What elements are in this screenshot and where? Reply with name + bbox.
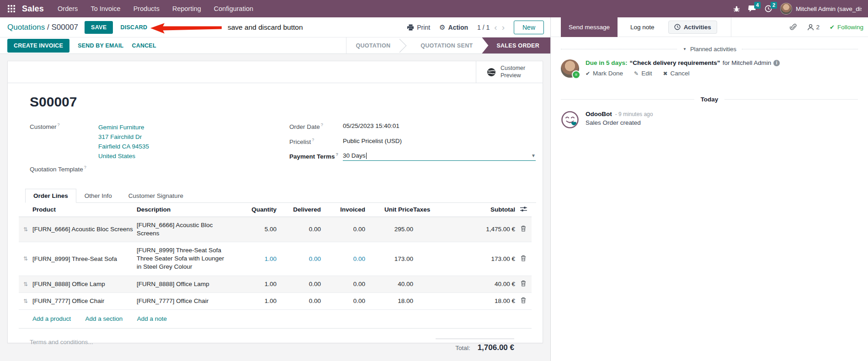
table-row[interactable]: ⇅ [FURN_6666] Acoustic Bloc Screens [FUR… xyxy=(19,217,532,242)
apps-grid-icon[interactable] xyxy=(5,2,18,16)
activities-button[interactable]: Activities xyxy=(668,21,717,34)
activity-user-avatar[interactable]: ≡ xyxy=(561,59,579,78)
send-by-email-button[interactable]: SEND BY EMAIL xyxy=(78,42,123,49)
delete-row-icon[interactable] xyxy=(515,225,532,233)
row-product[interactable]: [FURN_7777] Office Chair xyxy=(32,293,137,308)
drag-handle-icon[interactable]: ⇅ xyxy=(19,255,32,262)
row-product[interactable]: [FURN_6666] Acoustic Bloc Screens xyxy=(32,222,137,237)
table-row[interactable]: ⇅ [FURN_7777] Office Chair [FURN_7777] O… xyxy=(19,293,532,310)
row-invoiced[interactable]: 0.00 xyxy=(321,281,365,287)
row-quantity[interactable]: 1.00 xyxy=(233,281,277,287)
row-invoiced[interactable]: 0.00 xyxy=(321,297,365,304)
add-section-link[interactable]: Add a section xyxy=(85,315,123,322)
col-unit-price[interactable]: Unit Price xyxy=(365,203,413,216)
row-invoiced[interactable]: 0.00 xyxy=(321,226,365,233)
row-delivered[interactable]: 0.00 xyxy=(277,281,321,287)
print-button[interactable]: Print xyxy=(407,24,430,31)
tab-customer-signature[interactable]: Customer Signature xyxy=(120,189,192,203)
row-description[interactable]: [FURN_8888] Office Lamp xyxy=(137,276,233,292)
row-delivered[interactable]: 0.00 xyxy=(277,226,321,233)
delete-row-icon[interactable] xyxy=(515,255,532,263)
customer-preview-button[interactable]: Customer Preview xyxy=(476,61,543,83)
terms-and-conditions-placeholder[interactable]: Terms and conditions... xyxy=(30,339,93,352)
row-unit-price[interactable]: 173.00 xyxy=(365,255,413,262)
bug-icon[interactable] xyxy=(733,5,740,12)
new-button[interactable]: New xyxy=(514,21,544,34)
row-product[interactable]: [FURN_8999] Three-Seat Sofa xyxy=(32,251,137,266)
create-invoice-button[interactable]: CREATE INVOICE xyxy=(7,39,69,53)
col-delivered[interactable]: Delivered xyxy=(277,203,321,216)
row-quantity[interactable]: 1.00 xyxy=(233,297,277,304)
discard-button[interactable]: DISCARD xyxy=(120,24,147,31)
pager-next-icon[interactable]: › xyxy=(502,23,505,32)
mark-done-button[interactable]: ✔ Mark Done xyxy=(586,70,623,77)
row-unit-price[interactable]: 40.00 xyxy=(365,281,413,287)
row-quantity[interactable]: 1.00 xyxy=(233,255,277,262)
row-description[interactable]: [FURN_8999] Three-Seat Sofa Three Seater… xyxy=(137,242,233,276)
save-button[interactable]: SAVE xyxy=(85,21,113,34)
row-quantity[interactable]: 5.00 xyxy=(233,226,277,233)
payment-terms-input[interactable]: 30 Days ▼ xyxy=(343,152,536,161)
table-row[interactable]: ⇅ [FURN_8888] Office Lamp [FURN_8888] Of… xyxy=(19,276,532,293)
tab-order-lines[interactable]: Order Lines xyxy=(25,189,76,203)
row-delivered[interactable]: 0.00 xyxy=(277,255,321,262)
pricelist-value[interactable]: Public Pricelist (USD) xyxy=(343,138,402,145)
menu-configuration[interactable]: Configuration xyxy=(208,1,259,16)
send-message-button[interactable]: Send message xyxy=(561,17,618,37)
row-description[interactable]: [FURN_6666] Acoustic Bloc Screens xyxy=(137,217,233,242)
followers-button[interactable]: 2 xyxy=(807,24,820,31)
customer-address-line2[interactable]: Fairfield CA 94535 xyxy=(98,142,149,151)
stage-quotation-sent[interactable]: QUOTATION SENT xyxy=(411,37,482,53)
col-invoiced[interactable]: Invoiced xyxy=(321,203,365,216)
stage-sales-order[interactable]: SALES ORDER xyxy=(482,37,550,53)
customer-address-line3[interactable]: United States xyxy=(98,151,149,161)
dropdown-caret-icon[interactable]: ▼ xyxy=(531,153,536,158)
col-product[interactable]: Product xyxy=(32,203,137,216)
col-taxes[interactable]: Taxes xyxy=(413,203,457,216)
table-row[interactable]: ⇅ [FURN_8999] Three-Seat Sofa [FURN_8999… xyxy=(19,242,532,276)
delete-row-icon[interactable] xyxy=(515,297,532,305)
row-description[interactable]: [FURN_7777] Office Chair xyxy=(137,293,233,309)
delete-row-icon[interactable] xyxy=(515,280,532,288)
stage-quotation[interactable]: QUOTATION xyxy=(346,37,399,53)
breadcrumb-quotations-link[interactable]: Quotations xyxy=(7,23,45,32)
user-menu[interactable]: Mitchell Admin (save_discar xyxy=(780,3,862,15)
col-quantity[interactable]: Quantity xyxy=(233,203,277,216)
optional-columns-icon[interactable] xyxy=(515,203,532,217)
pager-prev-icon[interactable]: ‹ xyxy=(494,23,497,32)
log-note-button[interactable]: Log note xyxy=(630,24,655,31)
add-product-link[interactable]: Add a product xyxy=(32,315,71,322)
drag-handle-icon[interactable]: ⇅ xyxy=(19,226,32,233)
menu-reporting[interactable]: Reporting xyxy=(167,1,207,16)
action-button[interactable]: ⚙ Action xyxy=(439,23,468,32)
col-subtotal[interactable]: Subtotal xyxy=(457,203,515,216)
tab-other-info[interactable]: Other Info xyxy=(76,189,120,203)
messages-icon[interactable]: 4 xyxy=(748,5,756,12)
order-date-value[interactable]: 05/25/2023 15:40:01 xyxy=(343,122,399,130)
drag-handle-icon[interactable]: ⇅ xyxy=(19,298,32,304)
row-delivered[interactable]: 0.00 xyxy=(277,297,321,304)
planned-activities-toggle[interactable]: ▼ Planned activities xyxy=(682,46,736,53)
add-note-link[interactable]: Add a note xyxy=(137,315,167,322)
info-icon[interactable]: i xyxy=(773,60,780,66)
attach-files-button[interactable] xyxy=(790,23,797,31)
app-name[interactable]: Sales xyxy=(22,4,44,14)
edit-activity-button[interactable]: ✎ Edit xyxy=(634,70,652,77)
message-author[interactable]: OdooBot xyxy=(586,111,612,117)
following-button[interactable]: ✔ Following xyxy=(830,24,863,31)
col-description[interactable]: Description xyxy=(137,203,233,216)
cancel-activity-button[interactable]: ✖ Cancel xyxy=(663,70,689,77)
customer-name-link[interactable]: Gemini Furniture xyxy=(98,122,149,132)
row-product[interactable]: [FURN_8888] Office Lamp xyxy=(32,276,137,292)
customer-address-line1[interactable]: 317 Fairchild Dr xyxy=(98,132,149,142)
cancel-button[interactable]: CANCEL xyxy=(132,42,156,49)
menu-orders[interactable]: Orders xyxy=(52,1,83,16)
menu-to-invoice[interactable]: To Invoice xyxy=(85,1,126,16)
row-unit-price[interactable]: 295.00 xyxy=(365,226,413,233)
odoobot-avatar[interactable] xyxy=(561,111,579,129)
row-invoiced[interactable]: 0.00 xyxy=(321,255,365,262)
row-unit-price[interactable]: 18.00 xyxy=(365,297,413,304)
activities-clock-icon[interactable]: 2 xyxy=(765,5,772,12)
drag-handle-icon[interactable]: ⇅ xyxy=(19,281,32,287)
menu-products[interactable]: Products xyxy=(128,1,165,16)
